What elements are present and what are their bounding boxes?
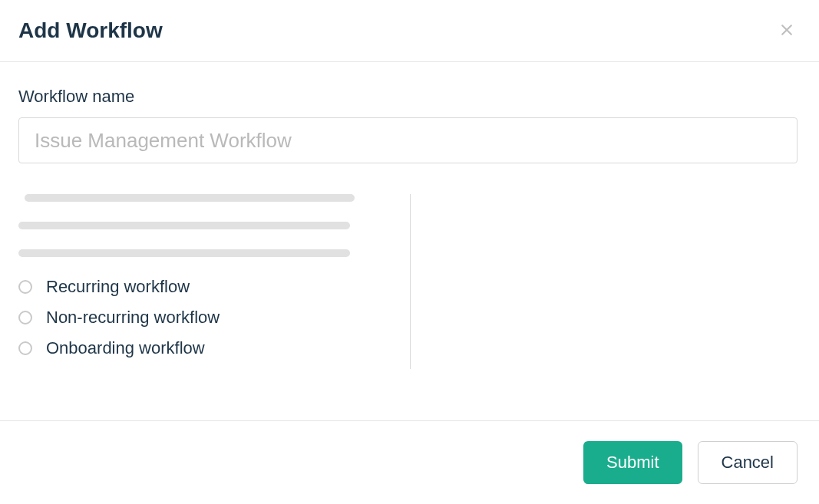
radio-label: Recurring workflow xyxy=(46,277,190,297)
skeleton-line xyxy=(18,222,350,229)
radio-label: Onboarding workflow xyxy=(46,338,205,358)
modal-footer: Submit Cancel xyxy=(0,420,819,504)
radio-recurring-workflow[interactable]: Recurring workflow xyxy=(18,277,364,297)
cancel-button[interactable]: Cancel xyxy=(698,441,798,484)
radio-non-recurring-workflow[interactable]: Non-recurring workflow xyxy=(18,308,364,328)
submit-button[interactable]: Submit xyxy=(583,441,682,484)
workflow-name-label: Workflow name xyxy=(18,87,798,107)
close-icon xyxy=(779,22,794,40)
workflow-name-input[interactable] xyxy=(18,117,798,163)
radio-icon xyxy=(18,311,32,324)
radio-onboarding-workflow[interactable]: Onboarding workflow xyxy=(18,338,364,358)
radio-label: Non-recurring workflow xyxy=(46,308,220,328)
options-left-column: Recurring workflow Non-recurring workflo… xyxy=(18,194,410,369)
modal-body: Workflow name Recurring workflow Non-rec… xyxy=(0,62,819,420)
options-row: Recurring workflow Non-recurring workflo… xyxy=(18,194,798,369)
close-button[interactable] xyxy=(776,19,798,43)
radio-icon xyxy=(18,341,32,355)
workflow-type-radio-group: Recurring workflow Non-recurring workflo… xyxy=(18,277,364,358)
radio-icon xyxy=(18,280,32,294)
add-workflow-modal: Add Workflow Workflow name Recurri xyxy=(0,0,819,504)
skeleton-line xyxy=(25,194,355,202)
skeleton-line xyxy=(18,249,350,257)
modal-header: Add Workflow xyxy=(0,0,819,62)
modal-title: Add Workflow xyxy=(18,18,163,43)
options-right-column xyxy=(410,194,798,369)
